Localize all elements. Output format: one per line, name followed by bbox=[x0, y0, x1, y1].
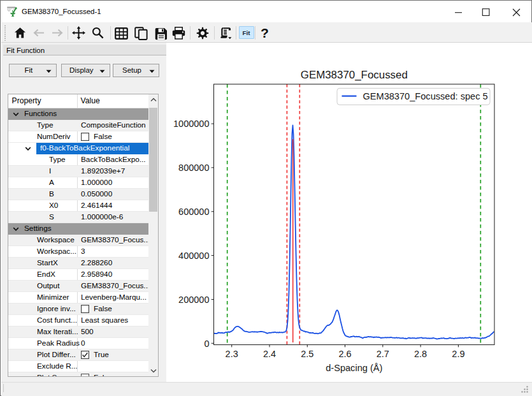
svg-text:1000000: 1000000 bbox=[173, 119, 209, 129]
svg-text:2.7: 2.7 bbox=[377, 349, 389, 359]
svg-text:800000: 800000 bbox=[178, 163, 209, 173]
svg-text:200000: 200000 bbox=[178, 295, 209, 305]
svg-text:2.3: 2.3 bbox=[226, 349, 238, 359]
svg-text:2.9: 2.9 bbox=[452, 349, 464, 359]
svg-text:d-Spacing (Å): d-Spacing (Å) bbox=[326, 363, 382, 373]
svg-text:GEM38370_Focussed: spec 5: GEM38370_Focussed: spec 5 bbox=[363, 91, 487, 101]
svg-text:600000: 600000 bbox=[178, 207, 209, 217]
svg-text:2.8: 2.8 bbox=[414, 349, 427, 359]
svg-text:400000: 400000 bbox=[178, 251, 209, 261]
svg-text:2.5: 2.5 bbox=[301, 349, 313, 359]
svg-text:2.4: 2.4 bbox=[263, 349, 276, 359]
svg-text:2.6: 2.6 bbox=[338, 349, 351, 359]
svg-text:0: 0 bbox=[204, 339, 209, 349]
svg-text:GEM38370_Focussed: GEM38370_Focussed bbox=[301, 69, 408, 81]
